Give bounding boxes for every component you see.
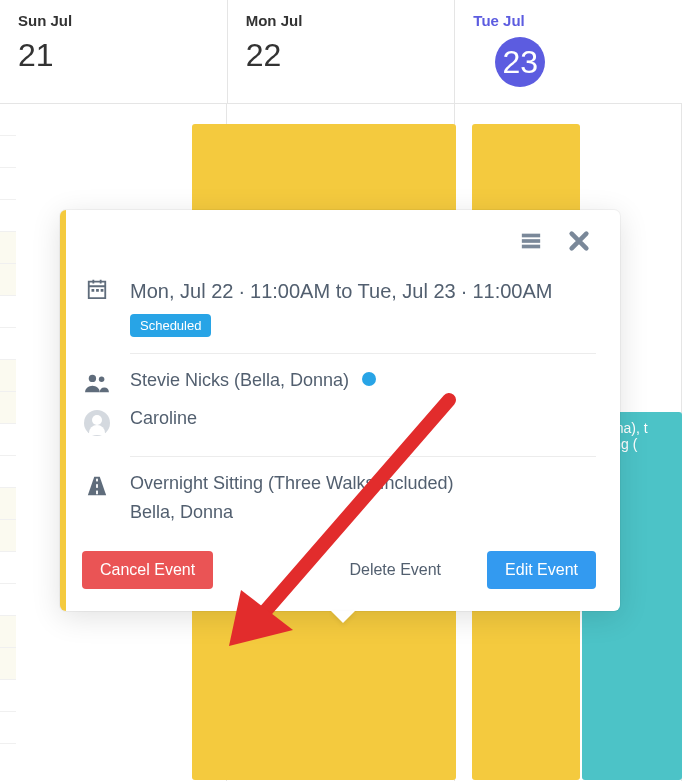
- pet-names: Bella, Donna: [130, 502, 596, 523]
- svg-rect-10: [96, 491, 98, 495]
- svg-rect-8: [96, 479, 98, 482]
- day-column-mon[interactable]: Mon Jul 22: [228, 0, 456, 103]
- popover-service-row: Overnight Sitting (Three Walks Included)…: [82, 473, 596, 523]
- edit-event-button[interactable]: Edit Event: [487, 551, 596, 589]
- divider: [130, 456, 596, 457]
- svg-rect-2: [522, 245, 540, 249]
- svg-rect-1: [522, 239, 540, 243]
- status-badge: Scheduled: [130, 314, 211, 337]
- delete-event-button[interactable]: Delete Event: [331, 551, 459, 589]
- calendar-header: Sun Jul 21 Mon Jul 22 Tue Jul 23: [0, 0, 682, 104]
- svg-rect-9: [96, 484, 98, 488]
- time-gutter: [0, 104, 16, 781]
- client-name: Stevie Nicks (Bella, Donna): [130, 370, 349, 390]
- event-datetime: Mon, Jul 22 · 11:00AM to Tue, Jul 23 · 1…: [130, 276, 596, 306]
- svg-rect-3: [92, 289, 95, 292]
- divider: [130, 353, 596, 354]
- day-number: 22: [246, 37, 447, 74]
- popover-footer: Cancel Event Delete Event Edit Event: [82, 551, 596, 589]
- day-number: 21: [18, 37, 219, 74]
- event-popover: Mon, Jul 22 · 11:00AM to Tue, Jul 23 · 1…: [60, 210, 620, 611]
- close-icon[interactable]: [568, 230, 590, 258]
- popover-sitter-row: Caroline: [82, 408, 596, 440]
- calendar-icon: [82, 276, 112, 304]
- popover-top-actions: [82, 230, 596, 258]
- client-status-dot: [362, 372, 376, 386]
- svg-rect-4: [96, 289, 99, 292]
- svg-point-7: [99, 377, 105, 383]
- day-label: Sun Jul: [18, 12, 219, 29]
- day-column-sun[interactable]: Sun Jul 21: [0, 0, 228, 103]
- sitter-name: Caroline: [130, 408, 197, 428]
- users-icon: [82, 370, 112, 398]
- svg-rect-5: [101, 289, 104, 292]
- avatar-icon: [82, 408, 112, 440]
- road-icon: [82, 473, 112, 501]
- svg-point-6: [89, 375, 96, 382]
- service-name: Overnight Sitting (Three Walks Included): [130, 473, 596, 494]
- cancel-event-button[interactable]: Cancel Event: [82, 551, 213, 589]
- popover-client-row: Stevie Nicks (Bella, Donna): [82, 370, 596, 398]
- day-column-tue[interactable]: Tue Jul 23: [455, 0, 682, 103]
- list-icon[interactable]: [520, 230, 542, 258]
- day-label-today: Tue Jul: [473, 12, 674, 29]
- day-number-today: 23: [495, 37, 545, 87]
- day-label: Mon Jul: [246, 12, 447, 29]
- svg-rect-0: [522, 234, 540, 238]
- popover-datetime-row: Mon, Jul 22 · 11:00AM to Tue, Jul 23 · 1…: [82, 276, 596, 337]
